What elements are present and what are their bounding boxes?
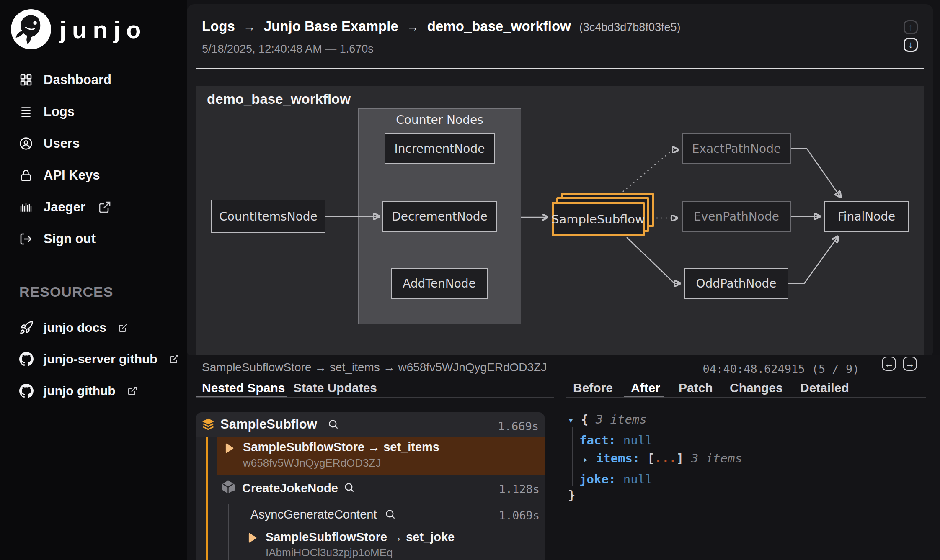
prev-span-button[interactable]: ←	[882, 357, 896, 371]
expand-triangle-icon[interactable]: ▸	[583, 454, 589, 465]
nested-spans-panel: SampleSubflow 1.669s SampleSubflowStore …	[196, 412, 545, 560]
sidebar-link-junjo-github[interactable]: junjo github	[19, 382, 137, 400]
span-row-title: CreateJokeNode	[242, 481, 338, 495]
tab-before[interactable]: Before	[573, 381, 613, 395]
github-icon	[19, 384, 34, 398]
sidebar-item-users[interactable]: Users	[19, 135, 80, 152]
breadcrumb-workflow-link[interactable]: Junjo Base Example	[264, 18, 398, 34]
search-icon[interactable]	[328, 419, 339, 430]
json-items-row[interactable]: ▸ items: [...] 3 items	[583, 451, 742, 465]
root-span-duration: 1.669s	[498, 420, 539, 433]
root-span-title: SampleSubflow	[220, 417, 317, 432]
node-increment[interactable]: IncrementNode	[385, 133, 495, 164]
span-row-title: SampleSubflowStore → set_joke	[266, 530, 455, 544]
sidebar-link-label: junjo github	[44, 384, 116, 398]
sidebar-item-label: API Keys	[44, 168, 100, 183]
tab-state-updates[interactable]: State Updates	[293, 381, 377, 395]
tab-patch[interactable]: Patch	[679, 381, 713, 395]
json-bracket-close: ]	[677, 451, 684, 465]
play-triangle-icon	[224, 443, 235, 454]
scroll-down-button[interactable]: ↓	[904, 38, 918, 52]
spans-panel-header: SampleSubflow 1.669s	[196, 412, 545, 437]
node-label: IncrementNode	[395, 142, 485, 156]
node-final[interactable]: FinalNode	[824, 201, 909, 232]
layers-icon	[201, 417, 215, 432]
node-add-ten[interactable]: AddTenNode	[391, 268, 488, 299]
sidebar-item-label: Logs	[44, 104, 75, 119]
external-link-icon	[127, 386, 137, 396]
tab-after[interactable]: After	[631, 381, 660, 395]
node-label: EvenPathNode	[694, 210, 779, 223]
tabs-divider	[566, 397, 926, 398]
breadcrumb-logs-link[interactable]: Logs	[202, 18, 235, 34]
next-span-button[interactable]: →	[903, 357, 917, 371]
workflow-card: Logs → Junjo Base Example → demo_base_wo…	[187, 4, 933, 358]
node-label: DecrementNode	[392, 210, 488, 223]
span-row-duration: 1.128s	[498, 483, 540, 496]
sign-out-icon	[19, 232, 33, 246]
breadcrumb: Logs → Junjo Base Example → demo_base_wo…	[202, 18, 680, 34]
json-close-brace: }	[568, 488, 575, 502]
span-row-set-items-selected[interactable]: SampleSubflowStore → set_items w658fv5WJ…	[217, 437, 545, 475]
sidebar-item-logs[interactable]: Logs	[19, 103, 75, 121]
json-open-brace: {	[581, 412, 588, 426]
resources-section-title: RESOURCES	[19, 284, 113, 300]
header-divider	[196, 68, 924, 69]
json-root-meta: 3 items	[596, 412, 647, 426]
search-icon[interactable]	[343, 482, 355, 493]
collapse-triangle-icon[interactable]: ▾	[568, 415, 573, 426]
span-row-duration: 1.069s	[498, 509, 540, 522]
json-collapsed-ellipsis[interactable]: ...	[654, 451, 676, 465]
json-indent-guide	[572, 427, 573, 486]
sidebar-item-label: Jaeger	[44, 200, 85, 215]
sidebar-link-junjo-server-github[interactable]: junjo-server github	[19, 350, 179, 368]
json-key-fact: fact:	[579, 433, 616, 447]
sidebar-item-label: Users	[44, 136, 80, 151]
sidebar: junjo Dashboard Logs Users API Keys Jaeg…	[0, 0, 187, 560]
tab-changes[interactable]: Changes	[730, 381, 783, 395]
sidebar-item-label: Sign out	[44, 231, 96, 247]
json-value-joke: null	[623, 472, 653, 486]
tabs-divider	[196, 397, 554, 398]
tab-nested-spans[interactable]: Nested Spans	[202, 381, 285, 395]
sidebar-item-api-keys[interactable]: API Keys	[19, 167, 100, 184]
sidebar-item-jaeger[interactable]: Jaeger	[19, 198, 111, 216]
span-row-title: SampleSubflowStore → set_items	[243, 440, 439, 454]
span-row-title: AsyncGenerateContent	[250, 508, 377, 521]
github-icon	[19, 352, 34, 366]
app-root: { "sidebar": { "logo_text": "junjo", "na…	[0, 0, 940, 560]
node-odd-path[interactable]: OddPathNode	[684, 268, 788, 299]
external-link-icon	[98, 200, 111, 214]
tab-detailed[interactable]: Detailed	[800, 381, 849, 395]
node-label: CountItemsNode	[219, 210, 318, 223]
json-fact-row: fact: null	[579, 433, 653, 447]
json-root-row[interactable]: ▾ { 3 items	[568, 412, 647, 426]
selected-span-path: SampleSubflowStore → set_items → w658fv5…	[202, 361, 547, 374]
play-triangle-icon	[247, 532, 258, 543]
node-label: ExactPathNode	[692, 142, 781, 156]
execution-timestamp: 5/18/2025, 12:40:48 AM — 1.670s	[202, 43, 374, 56]
node-sample-subflow[interactable]: SampleSubflow	[552, 202, 645, 236]
arrow-down-icon: ↓	[909, 39, 913, 50]
arrow-right-icon: →	[905, 358, 915, 370]
workflow-diagram[interactable]: demo_base_workflow Counter Nodes CountIt…	[196, 86, 924, 358]
lock-icon	[19, 169, 33, 182]
search-icon[interactable]	[385, 509, 396, 520]
scroll-up-button[interactable]: ↑	[904, 20, 918, 34]
sidebar-item-dashboard[interactable]: Dashboard	[19, 71, 111, 89]
app-logo[interactable]: junjo	[11, 9, 147, 49]
sidebar-item-label: Dashboard	[44, 72, 111, 87]
rocket-icon	[19, 321, 34, 335]
dashboard-grid-icon	[19, 73, 33, 87]
node-decrement[interactable]: DecrementNode	[382, 201, 497, 232]
node-label: FinalNode	[838, 210, 896, 223]
span-row-id: IAbmiHOCl3u3zpjp1oMEq	[266, 546, 393, 559]
node-exact-path[interactable]: ExactPathNode	[682, 133, 791, 164]
logs-lines-icon	[19, 105, 33, 118]
sidebar-item-sign-out[interactable]: Sign out	[19, 230, 96, 248]
breadcrumb-current: demo_base_workflow	[427, 18, 571, 34]
node-count-items[interactable]: CountItemsNode	[211, 200, 325, 233]
node-even-path[interactable]: EvenPathNode	[682, 201, 791, 232]
sidebar-link-junjo-docs[interactable]: junjo docs	[19, 319, 128, 337]
json-key-joke: joke:	[579, 472, 616, 486]
